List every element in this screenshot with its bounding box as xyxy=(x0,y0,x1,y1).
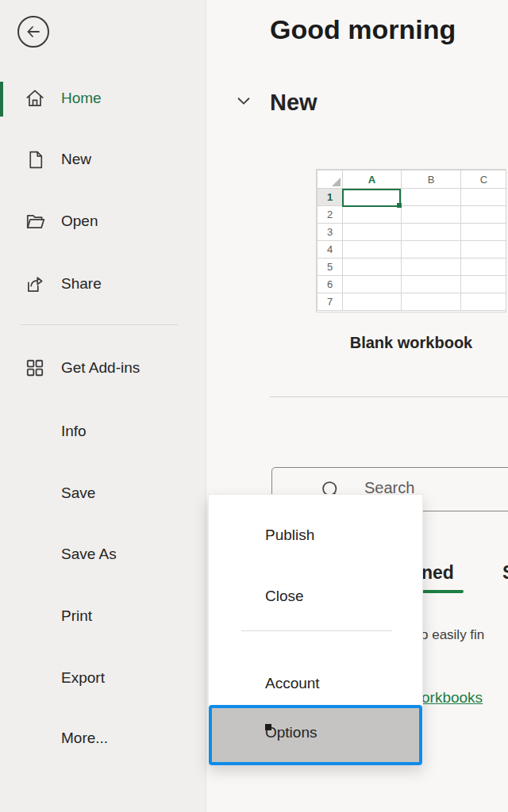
sidebar-item-label: Open xyxy=(61,213,98,230)
open-folder-icon xyxy=(25,211,45,232)
sidebar-item-export[interactable]: Export xyxy=(0,663,206,693)
back-arrow-icon xyxy=(24,22,43,41)
sidebar-item-label: New xyxy=(61,151,91,168)
row-header: 1 xyxy=(318,189,343,206)
description-text-fragment: o easily fin xyxy=(421,627,484,643)
spreadsheet-preview: A B C 1 2 3 4 5 6 7 xyxy=(316,169,506,312)
fill-handle xyxy=(397,203,402,208)
sidebar-item-label: Get Add-ins xyxy=(61,359,140,377)
sidebar-item-home[interactable]: Home xyxy=(0,83,206,113)
menu-divider xyxy=(241,630,392,631)
greeting-title: Good morning xyxy=(270,14,456,45)
new-document-icon xyxy=(25,149,45,170)
more-workbooks-link-fragment[interactable]: orkbooks xyxy=(421,689,483,707)
backstage-sidebar: Home New Open Share xyxy=(0,0,206,812)
selected-cell-a1 xyxy=(342,189,401,207)
menu-item-publish[interactable]: Publish xyxy=(209,515,424,557)
row-header: 4 xyxy=(318,241,343,259)
sidebar-item-label: Export xyxy=(61,669,105,687)
menu-item-label: Account xyxy=(265,675,320,692)
sidebar-item-label: Info xyxy=(61,423,87,440)
sidebar-item-label: Print xyxy=(61,607,92,625)
template-card-blank-workbook[interactable]: A B C 1 2 3 4 5 6 7 Blank workbook xyxy=(316,169,506,312)
add-ins-grid-icon xyxy=(25,358,45,378)
selection-handle xyxy=(265,724,271,730)
select-all-triangle-icon xyxy=(332,178,341,186)
active-tab-underline xyxy=(421,590,464,593)
sidebar-item-label: Share xyxy=(61,275,102,293)
new-section-title: New xyxy=(270,90,318,116)
sidebar-item-label: More... xyxy=(61,730,108,747)
sidebar-item-info[interactable]: Info xyxy=(0,416,206,446)
sidebar-item-save-as[interactable]: Save As xyxy=(0,539,206,569)
share-icon xyxy=(25,274,45,294)
sidebar-divider xyxy=(21,324,178,325)
sidebar-item-new[interactable]: New xyxy=(0,144,206,174)
row-header: 2 xyxy=(318,206,343,224)
sidebar-item-label: Home xyxy=(61,90,102,107)
file-context-menu: Publish Close Account Options xyxy=(208,494,423,764)
menu-item-label: Close xyxy=(265,588,304,605)
column-header-b: B xyxy=(402,170,461,189)
menu-item-close[interactable]: Close xyxy=(209,576,424,618)
row-header: 3 xyxy=(318,224,343,241)
sidebar-item-share[interactable]: Share xyxy=(0,269,206,299)
sidebar-item-open[interactable]: Open xyxy=(0,206,206,236)
new-section-header[interactable]: New xyxy=(235,92,252,109)
home-icon xyxy=(25,88,45,109)
template-card-title: Blank workbook xyxy=(316,334,506,352)
tab-shared-fragment[interactable]: S xyxy=(502,562,508,584)
chevron-down-icon xyxy=(235,92,252,109)
section-divider xyxy=(270,396,508,397)
row-header: 7 xyxy=(318,293,343,311)
column-header-c: C xyxy=(461,170,507,189)
column-header-a: A xyxy=(343,170,402,189)
sidebar-item-print[interactable]: Print xyxy=(0,601,206,631)
menu-item-label: Options xyxy=(265,724,317,741)
menu-item-label: Publish xyxy=(265,527,314,544)
sidebar-item-more[interactable]: More... xyxy=(0,723,206,753)
sidebar-item-label: Save As xyxy=(61,546,117,563)
tab-pinned-fragment[interactable]: ned xyxy=(421,562,454,584)
row-header: 6 xyxy=(318,276,343,293)
sheet-corner-cell xyxy=(318,170,343,189)
back-button[interactable] xyxy=(17,16,49,48)
sidebar-item-get-add-ins[interactable]: Get Add-ins xyxy=(0,353,206,383)
sidebar-item-save[interactable]: Save xyxy=(0,478,206,508)
sidebar-item-label: Save xyxy=(61,485,95,502)
menu-item-account[interactable]: Account xyxy=(209,664,424,705)
menu-item-options[interactable]: Options xyxy=(209,705,422,765)
row-header: 5 xyxy=(318,259,343,276)
